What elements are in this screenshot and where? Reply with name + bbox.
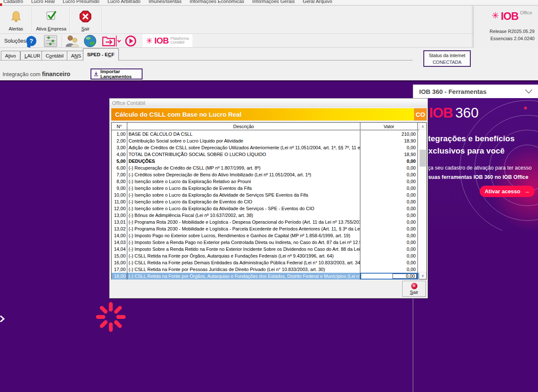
col-header-descricao: Descrição — [127, 123, 360, 130]
toolbar-separator — [62, 35, 62, 47]
brand-iob: IOB — [501, 11, 518, 22]
tab-contabil[interactable]: Contábil — [41, 51, 68, 60]
app-chrome: CadastroLucro RealLucro PresumidoLucro A… — [0, 0, 538, 80]
users-button[interactable] — [65, 34, 80, 48]
internet-status-box: Status da internet CONECTADA — [423, 50, 471, 67]
tab-lalur[interactable]: LALUR — [20, 51, 44, 60]
table-row[interactable]: 13,00(-) Bônus de Adimplência Fiscal (Le… — [112, 212, 419, 219]
col-header-valor: Valor — [360, 123, 418, 130]
table-row[interactable]: 1,00BASE DE CÁLCULO DA CSLL210,00 — [112, 131, 419, 137]
ativa-empresa-label: Ativa Empresa — [36, 26, 66, 31]
table-row[interactable]: 5,00DEDUÇÕES0,00 — [112, 158, 419, 164]
expand-arrow-icon[interactable] — [0, 315, 5, 323]
row-number: 7,00 — [112, 171, 127, 178]
menu-item[interactable]: Informações Econômicas — [189, 0, 244, 4]
tab-sped-ecf[interactable]: SPED - ECF — [83, 48, 119, 60]
iob360-panel: IOB 360 - Ferramentas ✳ IOB 360 Integraç… — [413, 85, 538, 392]
menu-item[interactable]: Lucro Presumido — [63, 0, 99, 4]
scroll-up-icon[interactable]: ∧ — [419, 123, 426, 130]
table-row[interactable]: 15,00(-) CSLL Retida na Fonte por Órgãos… — [112, 252, 419, 259]
importar-lancamentos-button[interactable]: Importar Lançamentos — [91, 69, 143, 79]
iob-plataforma-logo: ✳ IOB Plataforma Contábil — [143, 34, 192, 47]
iob360-header-label: IOB 360 - Ferramentas — [419, 88, 486, 95]
main-toolbar: Alertas Ativa Empresa Sair — [0, 6, 538, 34]
menu-item[interactable]: Lucro Arbitrado — [107, 0, 140, 4]
integration-label: Integração com financeiro — [3, 71, 70, 77]
table-row[interactable]: 11,00(-) Isenção sobre o Lucro da Explor… — [112, 198, 419, 205]
row-number: 6,00 — [112, 164, 127, 171]
col-header-numero: N° — [112, 123, 127, 130]
importar-lancamentos-label: Importar Lançamentos — [100, 69, 139, 79]
row-value: 0,00 — [360, 198, 418, 205]
dialog-titlebar[interactable]: Office Contábil — [110, 99, 428, 107]
help-button[interactable]: ? — [26, 34, 36, 48]
settings-button[interactable] — [44, 34, 57, 48]
row-value: 0,00 — [360, 171, 418, 178]
table-row[interactable]: 16,00(-) CSLL Retida na Fonte pelas Dema… — [112, 259, 419, 266]
menu-item[interactable]: Imunes/Isentas — [148, 0, 181, 4]
table-row[interactable]: 14,00(-) Imposto Pago no Exterior sobre … — [112, 232, 419, 239]
iob-word: IOB — [154, 36, 169, 46]
row-value: 0,00 — [360, 185, 418, 192]
ativa-empresa-button[interactable]: Ativa Empresa — [33, 7, 69, 33]
value-input-text: 0,00 — [393, 274, 417, 279]
sair-label: Sair — [410, 290, 418, 295]
value-input[interactable]: 0,00 — [360, 273, 417, 280]
export-folder-button[interactable] — [102, 34, 121, 48]
row-value: 0,00 — [360, 225, 418, 232]
arrow-right-icon: → — [524, 188, 530, 195]
sair-button[interactable]: ✕ Sair — [402, 281, 426, 297]
row-description: BASE DE CÁLCULO DA CSLL — [127, 131, 360, 137]
solucoes-label: Soluções — [4, 34, 26, 48]
row-value: 0,00 — [360, 252, 418, 259]
table-row[interactable]: 6,00(-) Recuperação de Crédito de CSLL (… — [112, 164, 419, 171]
scroll-down-icon[interactable]: ∨ — [419, 272, 426, 279]
table-row[interactable]: 3,00Adição de Créditos de CSLL sobre Dep… — [112, 144, 419, 151]
table-row[interactable]: 7,00(-) Créditos sobre Depreciação de Be… — [112, 171, 419, 178]
sair-toolbar-button[interactable]: Sair — [71, 7, 100, 33]
dialog-footer: ✕ Sair — [110, 280, 428, 298]
table-row[interactable]: 4,00TOTAL DA CONTRIBUIÇÃO SOCIAL SOBRE O… — [112, 151, 419, 158]
row-value: 18,90 — [360, 151, 418, 158]
table-row[interactable]: 14,04(-) Imposto Sobre a Renda Retido na… — [112, 246, 419, 252]
table-scrollbar[interactable]: ∧ ∨ — [419, 123, 426, 279]
play-button[interactable] — [125, 34, 136, 48]
table-row[interactable]: 14,03(-) Imposto Sobre a Renda Pago no E… — [112, 239, 419, 246]
menu-item[interactable]: Informações Gerais — [252, 0, 294, 4]
scrollbar-thumb[interactable] — [420, 150, 426, 167]
table-row[interactable]: 13,02(-) Programa Rota 2030 - Mobilidade… — [112, 225, 419, 232]
csll-table: N° Descrição Valor 1,00BASE DE CÁLCULO D… — [111, 122, 427, 280]
tab-ativo[interactable]: Ativo — [1, 51, 20, 60]
row-description: (-) Imposto Pago no Exterior sobre Lucro… — [127, 232, 360, 239]
brand-office: Office — [520, 10, 532, 15]
table-row[interactable]: 13,01(-) Programa Rota 2030 - Mobilidade… — [112, 219, 419, 225]
menu-item[interactable]: Geral Arquivo — [303, 0, 332, 4]
row-description: (-) CSLL Retida na Fonte por Órgãos, Aut… — [127, 273, 360, 280]
download-icon — [94, 71, 98, 77]
table-row[interactable]: 18,00(-) CSLL Retida na Fonte por Órgãos… — [112, 273, 419, 280]
row-value: 210,00 — [360, 131, 418, 137]
table-row[interactable]: 8,00(-) Isenção sobre o Lucro da Explora… — [112, 178, 419, 185]
solutions-toolbar: Soluções ? — [0, 34, 538, 48]
web-button[interactable] — [83, 34, 97, 48]
ativar-acesso-button[interactable]: Ativar acesso → — [480, 186, 535, 197]
table-row[interactable]: 17,00(-) CSLL Retida na Fonte por Pessoa… — [112, 266, 419, 273]
bell-icon — [10, 7, 22, 26]
menu-item[interactable]: Cadastro — [3, 0, 23, 4]
row-description: (-) Isenção sobre o Lucro da Exploração … — [127, 178, 360, 185]
check-icon — [44, 7, 58, 26]
iob360-panel-header[interactable]: IOB 360 - Ferramentas — [413, 85, 538, 98]
banner-sub-2: às suas ferramentas IOB 360 no IOB Offic… — [421, 174, 528, 180]
menu-item[interactable]: Lucro Real — [31, 0, 55, 4]
row-number: 18,00 — [112, 273, 127, 280]
row-value: 0,00 — [360, 158, 418, 164]
table-row[interactable]: 10,00(-) Isenção sobre o Lucro da Explor… — [112, 192, 419, 198]
table-row[interactable]: 9,00(-) Isenção sobre o Lucro da Explora… — [112, 185, 419, 192]
row-number: 14,00 — [112, 232, 127, 239]
alertas-button[interactable]: Alertas — [1, 7, 30, 33]
row-number: 2,00 — [112, 137, 127, 144]
table-row[interactable]: 12,00(-) Isenção sobre o Lucro da Explor… — [112, 205, 419, 212]
co-badge: CO — [414, 108, 427, 121]
table-row[interactable]: 2,00Contribuição Social sobre o Lucro Lí… — [112, 137, 419, 144]
status-value: CONECTADA — [424, 59, 470, 66]
